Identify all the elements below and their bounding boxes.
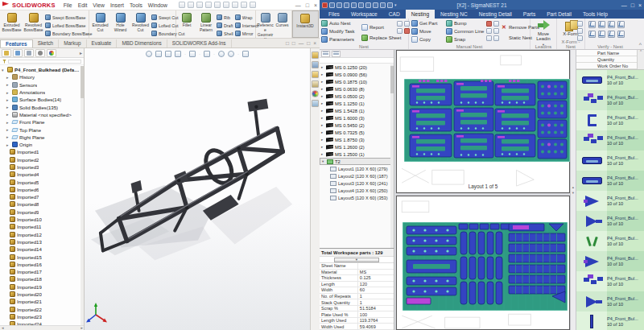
ribbon-button[interactable]: Parameters xyxy=(321,35,355,43)
tree-item-imported[interactable]: Imported8 xyxy=(0,200,80,208)
tree-item[interactable]: ▸ Front Plane xyxy=(0,118,80,126)
zoom-out-icon[interactable] xyxy=(336,2,342,8)
part-row[interactable]: P4_Front_Bul... 10 of 10 xyxy=(576,70,644,90)
tree-item-imported[interactable]: Imported2 xyxy=(0,156,80,163)
commandmanager-tab[interactable]: Evaluate xyxy=(87,39,118,47)
menu-item[interactable]: File xyxy=(64,2,72,8)
part-row[interactable]: P4_Front_Bul... 10 of 10 xyxy=(576,291,644,311)
filter-input[interactable] xyxy=(8,60,81,64)
tree-item[interactable]: ▸ Surface Bodies(14) xyxy=(0,96,80,103)
commandmanager-tab[interactable]: Markup xyxy=(59,39,86,47)
nest-sheet-layout2[interactable] xyxy=(402,222,568,311)
scroll-up-icon[interactable]: ▴ xyxy=(572,185,574,189)
material-task-row[interactable]: ▸ MS 1.5428 (1) xyxy=(320,107,394,114)
material-task-row[interactable]: ▸ MS 1.2500 (1) xyxy=(320,151,394,158)
tree-item-imported[interactable]: Imported10 xyxy=(0,216,80,223)
material-task-row[interactable]: ▸ MS 1.2600 (2) xyxy=(320,143,394,151)
parts-scroll-up[interactable]: ^ xyxy=(637,50,644,69)
property-value[interactable]: 60 xyxy=(358,287,394,293)
property-value[interactable]: MS xyxy=(358,270,394,275)
property-value[interactable]: 51.5184 xyxy=(358,306,394,311)
commandmanager-tab[interactable]: SOLIDWORKS Add-Ins xyxy=(167,39,232,47)
material-task-row[interactable]: ▸ MS 0.1875 (10) xyxy=(320,78,394,85)
tree-item-imported[interactable]: Imported1 xyxy=(0,148,80,155)
layout-row[interactable]: Layout3 [120 X 60] (241) xyxy=(320,179,394,187)
tree-item-imported[interactable]: Imported14 xyxy=(0,245,80,253)
ribbon-big-button[interactable]: Curves xyxy=(274,12,291,42)
open-file-icon[interactable] xyxy=(196,2,203,8)
restore-icon[interactable]: □ xyxy=(292,40,295,46)
material-task-row[interactable]: ▸ MS 0.0630 (8) xyxy=(320,85,394,93)
ribbon-big-button[interactable]: Linear Pattern xyxy=(196,12,216,33)
nest-option-icon[interactable] xyxy=(397,28,402,34)
ribbon-button[interactable]: Bump xyxy=(446,19,484,27)
propertymanager-tab[interactable] xyxy=(13,49,23,57)
maximize-icon[interactable]: □ xyxy=(306,2,309,8)
ribbon-big-button[interactable]: Instant3D xyxy=(294,13,316,29)
tree-vertical-scrollbar[interactable] xyxy=(80,66,84,325)
property-value[interactable]: 1 xyxy=(358,299,394,305)
ribbon-button[interactable]: Snap xyxy=(446,35,484,43)
pin-icon[interactable] xyxy=(486,21,492,27)
qat-dropdown-icon[interactable]: ▾ xyxy=(394,2,397,7)
tree-item-imported[interactable]: Imported4 xyxy=(0,171,80,178)
part-row[interactable]: P4_Front_Bul... 10 of 10 xyxy=(576,171,644,191)
close-icon[interactable]: × xyxy=(313,40,316,46)
verify-measure-icon[interactable] xyxy=(588,31,596,38)
ribbon-big-button[interactable]: Hole Wizard xyxy=(110,12,130,33)
part-row[interactable]: P4_Front_Bul... 10 of 10 xyxy=(576,130,644,151)
ribbon-stack-button[interactable]: Lofted Cut xyxy=(151,22,175,29)
verify-sheet-icon[interactable] xyxy=(608,31,615,38)
ribbon-tab[interactable]: Nesting Detail xyxy=(473,10,518,19)
tree-item[interactable]: ▸ Material <not specified> xyxy=(0,111,80,118)
tree-root-item[interactable]: ▾ P4_Front_Bulkhead (Default<<Def... xyxy=(0,66,80,73)
ribbon-stack-button[interactable]: Swept Boss/Base xyxy=(45,14,92,21)
tree-item-imported[interactable]: Imported13 xyxy=(0,238,80,245)
minimize-icon[interactable]: — xyxy=(621,2,627,8)
ribbon-stack-button[interactable]: Draft xyxy=(217,22,233,29)
previous-view-icon[interactable] xyxy=(165,51,171,57)
nest-view-window-secondary[interactable] xyxy=(396,196,570,330)
property-value[interactable]: 59.4069 xyxy=(358,324,394,329)
solidworks-resources-home-icon[interactable] xyxy=(312,52,319,59)
tree-item[interactable]: ▸ Right Plane xyxy=(0,134,80,141)
material-task-row[interactable]: ▸ MS 0.7325 (5) xyxy=(320,129,394,136)
move-leadin-button[interactable]: Move Leadin ▾ xyxy=(530,19,556,47)
rotate-icon[interactable] xyxy=(493,28,499,34)
grid-icon[interactable] xyxy=(373,2,378,8)
material-task-row[interactable]: ▸ MS 0.5450 (2) xyxy=(320,122,394,129)
tree-item-imported[interactable]: Imported22 xyxy=(0,306,80,313)
property-value[interactable]: 119.3764 xyxy=(358,318,394,324)
nest-view-window-active[interactable]: Layout 1 of 5 xyxy=(396,50,570,193)
part-row[interactable]: P4_Front_Bul... 10 of 10 xyxy=(576,311,644,330)
home-icon[interactable] xyxy=(179,2,185,8)
property-value[interactable]: 120 xyxy=(358,282,394,287)
ribbon-stack-button[interactable]: Swept Cut xyxy=(151,14,175,21)
undo-icon[interactable] xyxy=(493,35,499,41)
column-header-quantity[interactable]: Quantity xyxy=(576,56,637,63)
view-orientation-icon[interactable] xyxy=(189,51,196,57)
ribbon-big-button[interactable]: Reference Geometry xyxy=(257,12,274,42)
file-explorer-icon[interactable] xyxy=(312,71,319,78)
layout-row[interactable]: Layout4 [120 X 60] (250) xyxy=(320,187,394,194)
section-view-icon[interactable] xyxy=(175,51,181,57)
property-value[interactable]: 1 xyxy=(358,294,394,299)
part-row[interactable]: P4_Front_Bul... 10 of 10 xyxy=(576,211,644,231)
verify-dimension-icon[interactable] xyxy=(598,21,605,28)
part-row[interactable]: P4_Front_Bul... 10 of 10 xyxy=(576,90,644,110)
tree-item-imported[interactable]: Imported18 xyxy=(0,275,80,283)
tree-item[interactable]: ▸ Solid Bodies(135) xyxy=(0,103,80,110)
list-view-tab[interactable] xyxy=(332,51,341,57)
ribbon-tab[interactable]: Part Detail xyxy=(541,10,577,19)
save-icon[interactable] xyxy=(365,2,371,8)
zoom-window-icon[interactable] xyxy=(344,2,349,8)
tree-scrollbar[interactable] xyxy=(390,64,394,248)
commandmanager-tab[interactable]: MBD Dimensions xyxy=(117,39,167,47)
select-icon[interactable] xyxy=(232,2,238,8)
tab-overflow-icon[interactable]: ▸ xyxy=(80,50,82,56)
ribbon-big-button[interactable]: Fillet xyxy=(177,12,196,33)
ribbon-stack-button[interactable]: Shell xyxy=(217,30,233,37)
tree-item-imported[interactable]: Imported17 xyxy=(0,268,80,275)
measure-icon[interactable] xyxy=(380,2,386,8)
ribbon-big-button[interactable]: Revolved Cut xyxy=(130,12,151,33)
